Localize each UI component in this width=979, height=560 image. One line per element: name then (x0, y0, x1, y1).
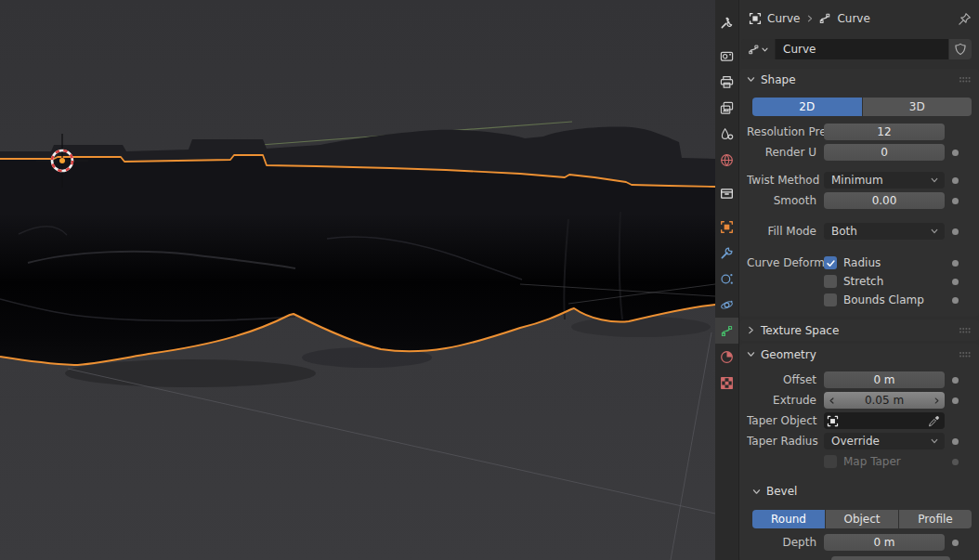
tab-tool[interactable] (715, 9, 738, 35)
panel-title: Geometry (761, 348, 816, 361)
dimension-toggle: 2D3D (752, 98, 972, 116)
properties-tab-bar (715, 0, 739, 560)
extrude-field[interactable]: 0.05 m (824, 392, 945, 409)
tab-particles[interactable] (715, 266, 738, 292)
field-label: Resolution Pre... (747, 125, 824, 138)
tab-collection[interactable] (715, 180, 738, 206)
chevron-down-icon (930, 436, 939, 446)
tab-world[interactable] (715, 147, 738, 173)
bevel-mode-profile-button[interactable]: Profile (899, 510, 972, 528)
tab-scene[interactable] (715, 121, 738, 147)
taper-object-field[interactable] (824, 412, 945, 429)
bevel-depth-row: Depth 0 m (739, 534, 979, 551)
breadcrumb-object[interactable]: Curve (767, 12, 800, 25)
datablock-name-input[interactable] (775, 39, 948, 59)
pin-icon[interactable] (958, 12, 972, 26)
bevel-depth-field[interactable]: 0 m (824, 534, 945, 551)
tab-view-layer[interactable] (715, 95, 738, 121)
curve-deform-stretch-row: Stretch (739, 273, 979, 290)
decorator[interactable] (945, 540, 966, 546)
panel-shape: Shape 2D3D Resolution Pre... 12 Render U… (739, 69, 979, 317)
bevel-mode-object-button[interactable]: Object (826, 510, 898, 528)
extrude-row: Extrude 0.05 m (739, 392, 979, 409)
offset-field[interactable]: 0 m (824, 371, 945, 388)
resolution-preview-row: Resolution Pre... 12 (739, 124, 979, 140)
radius-checkbox[interactable] (824, 256, 837, 269)
bevel-mode-round-button[interactable]: Round (752, 510, 825, 528)
decorator[interactable] (945, 260, 966, 267)
field-label: Taper Radius (747, 435, 824, 448)
taper-object-row: Taper Object (739, 412, 979, 429)
fake-user-button[interactable] (949, 39, 972, 59)
fill-mode-dropdown[interactable]: Both (824, 223, 945, 240)
checkbox-label: Bounds Clamp (843, 293, 924, 306)
properties-editor: Curve Curve Shape (715, 0, 979, 560)
taper-radius-dropdown[interactable]: Override (824, 433, 945, 449)
chevron-down-icon (746, 74, 756, 85)
dimension-2d-button[interactable]: 2D (752, 98, 862, 116)
twist-method-row: Twist Method Minimum (739, 172, 979, 189)
stepper-right-icon[interactable] (933, 392, 941, 409)
field-label: Render U (747, 146, 824, 159)
viewport-3d[interactable] (0, 0, 715, 560)
twist-method-dropdown[interactable]: Minimum (824, 172, 945, 189)
decorator[interactable] (945, 177, 966, 184)
tab-material[interactable] (715, 344, 738, 370)
chevron-down-icon (761, 46, 769, 54)
field-value: 0.05 m (865, 394, 904, 407)
dropdown-value: Override (831, 435, 880, 448)
map-taper-row: Map Taper (739, 453, 979, 470)
decorator[interactable] (945, 297, 966, 304)
dimension-3d-button[interactable]: 3D (863, 98, 972, 116)
panel-texture-space-header[interactable]: Texture Space (739, 319, 979, 341)
decorator[interactable] (945, 438, 966, 445)
tab-render[interactable] (715, 43, 738, 69)
next-field-clipped (831, 556, 950, 560)
tab-output[interactable] (715, 69, 738, 95)
bounds-clamp-checkbox[interactable] (824, 293, 837, 306)
id-name-row (741, 39, 972, 59)
render-u-field[interactable]: 0 (824, 144, 945, 161)
chevron-right-icon (746, 325, 756, 335)
decorator[interactable] (945, 377, 966, 384)
decorator[interactable] (945, 397, 966, 404)
decorator[interactable] (945, 279, 966, 285)
panel-title: Texture Space (761, 324, 839, 337)
checkbox-label: Map Taper (843, 455, 901, 468)
breadcrumb: Curve Curve (739, 0, 979, 37)
panel-shape-header[interactable]: Shape (739, 69, 979, 90)
grip-icon[interactable] (959, 350, 972, 359)
bevel-mode-toggle: RoundObjectProfile (752, 510, 972, 528)
chevron-down-icon (751, 487, 762, 497)
subpanel-bevel-header[interactable]: Bevel (751, 482, 979, 501)
subpanel-title: Bevel (766, 485, 797, 498)
stepper-left-icon[interactable] (828, 392, 836, 409)
panel-texture-space: Texture Space (739, 319, 979, 341)
grip-icon[interactable] (959, 75, 972, 85)
panel-geometry-header[interactable]: Geometry (739, 344, 979, 365)
decorator[interactable] (945, 198, 966, 204)
tab-modifiers[interactable] (715, 240, 738, 266)
blender-window: Curve Curve Shape (0, 0, 979, 560)
properties-main: Curve Curve Shape (739, 0, 979, 560)
dropdown-value: Both (831, 225, 857, 238)
smooth-field[interactable]: 0.00 (824, 192, 945, 209)
field-label: Fill Mode (747, 225, 824, 238)
tab-physics[interactable] (715, 292, 738, 318)
grip-icon[interactable] (959, 326, 972, 335)
decorator[interactable] (945, 228, 966, 235)
id-type-dropdown[interactable] (741, 39, 775, 59)
eyedropper-icon[interactable] (928, 415, 940, 427)
stretch-checkbox[interactable] (824, 275, 837, 288)
tab-object[interactable] (715, 214, 738, 240)
tab-object-data[interactable] (715, 318, 738, 344)
object-icon (749, 12, 762, 25)
resolution-preview-field[interactable]: 12 (824, 124, 945, 140)
chevron-right-icon (805, 14, 815, 23)
panel-title: Shape (761, 73, 796, 86)
breadcrumb-data[interactable]: Curve (837, 12, 869, 25)
field-label: Taper Object (747, 414, 824, 427)
taper-radius-row: Taper Radius Override (739, 433, 979, 449)
tab-texture[interactable] (715, 370, 738, 396)
decorator[interactable] (945, 150, 966, 156)
